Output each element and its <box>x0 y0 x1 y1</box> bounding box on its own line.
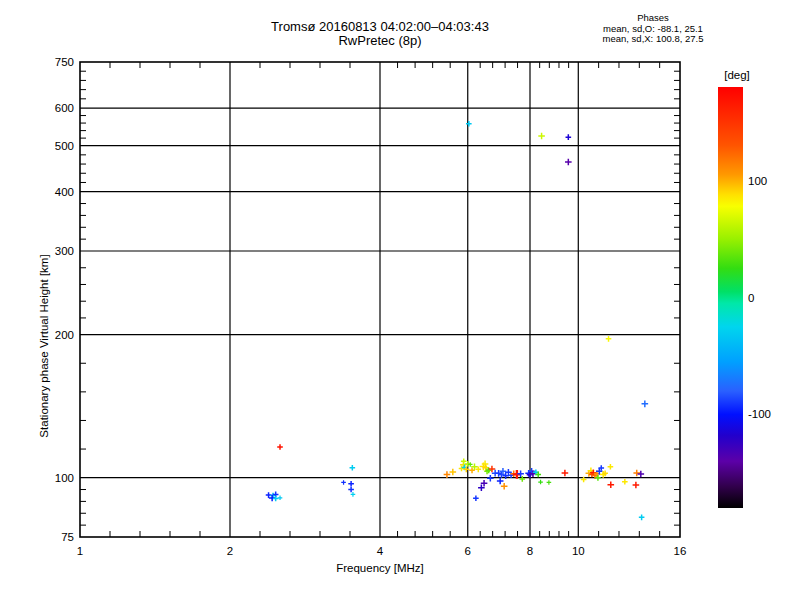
data-point <box>278 495 283 500</box>
svg-text:600: 600 <box>55 102 74 114</box>
data-point <box>348 481 354 487</box>
data-point <box>606 336 612 342</box>
data-point <box>547 480 552 485</box>
scatter-points-layer <box>266 121 648 520</box>
data-point <box>607 481 614 488</box>
data-point <box>566 134 572 140</box>
colorbar <box>718 87 743 508</box>
data-point <box>348 487 354 493</box>
svg-text:2: 2 <box>227 545 233 557</box>
svg-text:750: 750 <box>55 56 74 68</box>
data-point <box>466 121 472 127</box>
data-point <box>517 470 524 477</box>
svg-text:1: 1 <box>77 545 83 557</box>
data-point <box>562 470 569 477</box>
svg-text:6: 6 <box>465 545 471 557</box>
svg-text:75: 75 <box>61 531 74 543</box>
svg-text:400: 400 <box>55 186 74 198</box>
data-point <box>487 475 494 482</box>
svg-text:500: 500 <box>55 140 74 152</box>
svg-text:4: 4 <box>377 545 384 557</box>
svg-text:16: 16 <box>674 545 687 557</box>
svg-text:200: 200 <box>55 329 74 341</box>
svg-text:100: 100 <box>55 472 74 484</box>
y-tick-labels: 75100200300400500600750 <box>55 56 74 543</box>
data-point <box>538 480 543 485</box>
svg-text:8: 8 <box>527 545 533 557</box>
data-point <box>450 469 457 476</box>
data-point <box>642 401 649 408</box>
ionogram-phase-plot: Tromsø 20160813 04:02:00–04:03:43 RwPret… <box>0 0 800 600</box>
svg-text:-100: -100 <box>748 408 771 420</box>
colorbar-tick-labels: 1000-100 <box>748 175 771 421</box>
grid-layer <box>80 62 680 537</box>
plot-canvas: 124681016751002003004005006007501000-100 <box>0 0 800 600</box>
data-point <box>565 159 572 166</box>
data-point <box>639 515 645 521</box>
svg-text:100: 100 <box>748 175 767 187</box>
data-point <box>538 133 545 140</box>
svg-text:0: 0 <box>748 292 754 304</box>
data-point <box>351 492 356 497</box>
data-point <box>444 471 451 478</box>
data-point <box>633 470 640 477</box>
data-point <box>341 480 346 485</box>
data-point <box>473 495 479 501</box>
svg-text:300: 300 <box>55 245 74 257</box>
x-tick-labels: 124681016 <box>77 545 687 557</box>
data-point <box>277 444 283 450</box>
svg-text:10: 10 <box>572 545 585 557</box>
data-point <box>350 465 356 471</box>
data-point <box>501 483 508 490</box>
data-point <box>638 471 645 478</box>
data-point <box>622 479 628 485</box>
data-point <box>633 482 640 489</box>
data-point <box>497 478 504 485</box>
data-point <box>608 464 614 470</box>
